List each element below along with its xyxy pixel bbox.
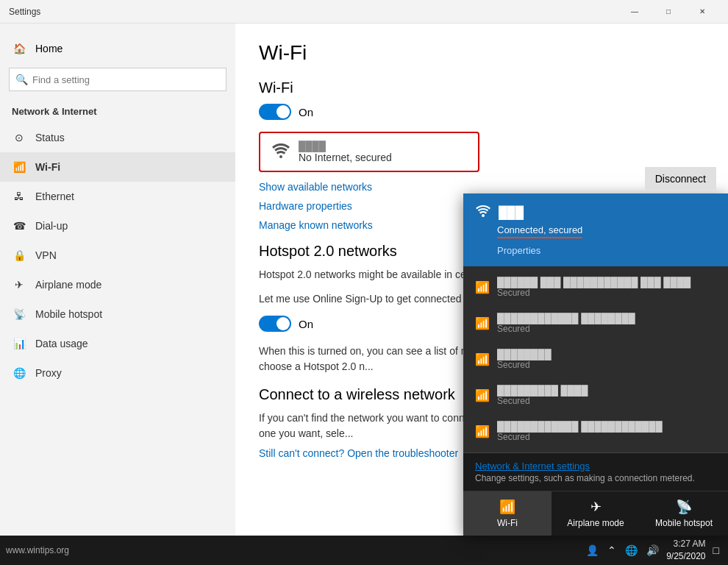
net-wifi-icon-3: 📶 [475, 388, 490, 402]
sidebar-home-label: Home [35, 43, 63, 54]
taskbar: www.wintips.org 👤 ⌃ 🌐 🔊 3:27 AM 9/25/202… [0, 536, 728, 565]
sidebar-item-ethernet[interactable]: 🖧 Ethernet [0, 182, 235, 211]
search-input[interactable] [32, 74, 220, 85]
taskbar-system-icons: 👤 ⌃ 🌐 🔊 [583, 541, 662, 559]
popup-mobilehotspot-button[interactable]: 📡 Mobile hotspot [640, 491, 728, 536]
vpn-icon: 🔒 [12, 248, 26, 263]
minimize-button[interactable]: — [618, 0, 652, 24]
svg-point-0 [279, 155, 282, 158]
network-name: ████ [299, 141, 392, 152]
popup-net-status-0: Secured [497, 288, 690, 298]
wifi-icon: 📶 [12, 160, 26, 174]
wifi-section-title: Wi-Fi [259, 79, 704, 96]
taskbar-notification-icon[interactable]: □ [710, 541, 722, 559]
sidebar-item-label: Status [35, 132, 65, 143]
taskbar-time-display: 3:27 AM [666, 538, 705, 550]
popup-network-item-1[interactable]: 📶 ████████████ ████████ Secured [463, 305, 728, 341]
taskbar-chevron-icon[interactable]: ⌃ [604, 541, 619, 559]
sidebar-item-data[interactable]: 📊 Data usage [0, 329, 235, 358]
sidebar-item-proxy[interactable]: 🌐 Proxy [0, 358, 235, 388]
sidebar-item-label: Ethernet [35, 191, 74, 202]
popup-wifi-button[interactable]: 📶 Wi-Fi [463, 491, 552, 536]
popup-net-name-1: ████████████ ████████ [497, 313, 635, 324]
sidebar-item-dialup[interactable]: ☎ Dial-up [0, 211, 235, 241]
sidebar-item-airplane[interactable]: ✈ Airplane mode [0, 270, 235, 299]
sidebar-item-label: Proxy [35, 367, 62, 379]
popup-wifi-icon-btn: 📶 [499, 499, 515, 515]
popup-net-name-4: ████████████ ████████████ [497, 421, 663, 432]
taskbar-network-icon[interactable]: 🌐 [622, 541, 640, 559]
hotspot-icon: 📡 [12, 307, 26, 321]
popup-net-info-1: ████████████ ████████ Secured [497, 313, 635, 334]
online-signup-toggle[interactable] [259, 316, 291, 332]
airplane-icon: ✈ [12, 277, 26, 292]
sidebar-item-label: Dial-up [35, 220, 68, 232]
popup-net-info-2: ████████ Secured [497, 349, 552, 370]
disconnect-button[interactable]: Disconnect [645, 167, 716, 191]
popup-network-item-2[interactable]: 📶 ████████ Secured [463, 341, 728, 377]
popup-network-name: ███ [499, 206, 524, 219]
dialup-icon: ☎ [12, 218, 26, 233]
popup-network-item-4[interactable]: 📶 ████████████ ████████████ Secured [463, 413, 728, 449]
taskbar-clock[interactable]: 3:27 AM 9/25/2020 [666, 538, 705, 563]
popup-airplane-label: Airplane mode [567, 518, 624, 528]
home-icon: 🏠 [12, 41, 26, 56]
sidebar-item-hotspot[interactable]: 📡 Mobile hotspot [0, 299, 235, 329]
sidebar-home[interactable]: 🏠 Home [0, 35, 235, 62]
network-status: No Internet, secured [299, 152, 392, 163]
sidebar: 🏠 Home 🔍 Network & Internet ⊙ Status 📶 W… [0, 24, 235, 536]
popup-footer: Network & Internet settings Change setti… [463, 453, 728, 491]
proxy-icon: 🌐 [12, 366, 26, 380]
popup-network-item-3[interactable]: 📶 █████████ ████ Secured [463, 377, 728, 413]
sidebar-item-label: Airplane mode [35, 279, 101, 291]
popup-footer-link[interactable]: Network & Internet settings [475, 461, 716, 472]
popup-wifi-label: Wi-Fi [497, 518, 518, 528]
net-wifi-icon-0: 📶 [475, 280, 490, 294]
popup-net-status-4: Secured [497, 432, 663, 442]
taskbar-people-icon[interactable]: 👤 [583, 541, 602, 559]
app-title: Settings [9, 7, 618, 17]
taskbar-left: www.wintips.org [0, 545, 69, 555]
search-icon: 🔍 [15, 74, 28, 85]
sidebar-item-status[interactable]: ⊙ Status [0, 123, 235, 152]
popup-connected-status: Connected, secured [497, 224, 582, 238]
taskbar-right: 👤 ⌃ 🌐 🔊 3:27 AM 9/25/2020 □ [583, 538, 722, 563]
popup-net-status-1: Secured [497, 324, 635, 334]
sidebar-item-wifi[interactable]: 📶 Wi-Fi [0, 152, 235, 182]
popup-network-list: 📶 ██████ ███ ███████████ ███ ████ Secure… [463, 266, 728, 452]
sidebar-section-title: Network & Internet [0, 103, 235, 123]
online-toggle-label: On [299, 318, 313, 330]
status-icon: ⊙ [12, 130, 26, 145]
titlebar: Settings — □ ✕ [0, 0, 728, 24]
popup-connected-section: ███ Connected, secured Properties Discon… [463, 193, 728, 266]
wifi-toggle[interactable] [259, 104, 291, 120]
wifi-toggle-label: On [299, 106, 313, 118]
popup-properties-link[interactable]: Properties [497, 245, 540, 256]
connected-network-box[interactable]: ████ No Internet, secured [259, 132, 479, 172]
popup-net-info-4: ████████████ ████████████ Secured [497, 421, 663, 442]
popup-airplane-button[interactable]: ✈ Airplane mode [552, 491, 640, 536]
sidebar-item-vpn[interactable]: 🔒 VPN [0, 241, 235, 270]
popup-network-item-0[interactable]: 📶 ██████ ███ ███████████ ███ ████ Secure… [463, 269, 728, 305]
taskbar-sound-icon[interactable]: 🔊 [643, 541, 662, 559]
popup-header: ███ [475, 204, 582, 221]
page-title: Wi-Fi [259, 41, 704, 65]
data-icon: 📊 [12, 336, 26, 351]
net-wifi-icon-4: 📶 [475, 424, 490, 438]
sidebar-item-label: VPN [35, 249, 57, 261]
sidebar-item-label: Wi-Fi [35, 161, 60, 173]
popup-airplane-icon: ✈ [590, 499, 602, 515]
sidebar-search-box[interactable]: 🔍 [9, 68, 226, 91]
wifi-popup: ███ Connected, secured Properties Discon… [463, 193, 728, 536]
popup-hotspot-icon: 📡 [676, 499, 692, 515]
sidebar-item-label: Mobile hotspot [35, 308, 102, 320]
net-wifi-icon-2: 📶 [475, 352, 490, 366]
maximize-button[interactable]: □ [652, 0, 685, 24]
show-networks-link[interactable]: Show available networks [259, 181, 704, 193]
network-wifi-icon [271, 141, 291, 163]
popup-bottom-bar: 📶 Wi-Fi ✈ Airplane mode 📡 Mobile hotspot [463, 491, 728, 536]
close-button[interactable]: ✕ [685, 0, 719, 24]
taskbar-date-display: 9/25/2020 [666, 550, 705, 563]
popup-footer-desc: Change settings, such as making a connec… [475, 473, 716, 483]
taskbar-website: www.wintips.org [6, 545, 69, 555]
